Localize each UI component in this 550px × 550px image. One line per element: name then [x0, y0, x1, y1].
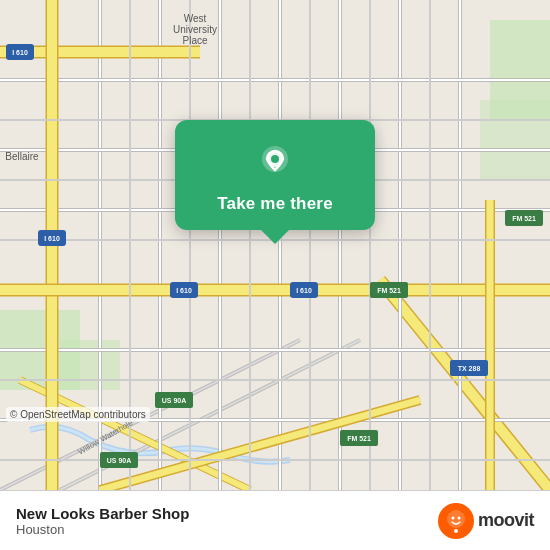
svg-point-86: [447, 510, 465, 528]
svg-rect-2: [60, 340, 120, 390]
svg-text:I 610: I 610: [176, 287, 192, 294]
svg-point-88: [457, 516, 460, 519]
svg-text:FM 521: FM 521: [512, 215, 536, 222]
place-name: New Looks Barber Shop: [16, 505, 189, 522]
bottom-bar: New Looks Barber Shop Houston moovit: [0, 490, 550, 550]
place-info: New Looks Barber Shop Houston: [16, 505, 189, 537]
svg-text:FM 521: FM 521: [377, 287, 401, 294]
take-me-there-button[interactable]: Take me there: [217, 194, 333, 214]
svg-point-87: [451, 516, 454, 519]
moovit-text: moovit: [478, 510, 534, 531]
svg-text:FM 521: FM 521: [347, 435, 371, 442]
popup-card: Take me there: [175, 120, 375, 230]
svg-text:West: West: [184, 13, 207, 24]
svg-text:I 610: I 610: [44, 235, 60, 242]
map-attribution: © OpenStreetMap contributors: [6, 407, 150, 422]
svg-text:US 90A: US 90A: [107, 457, 132, 464]
svg-text:University: University: [173, 24, 217, 35]
svg-text:Bellaire: Bellaire: [5, 151, 39, 162]
place-city: Houston: [16, 522, 189, 537]
svg-point-85: [271, 155, 279, 163]
svg-text:TX 288: TX 288: [458, 365, 481, 372]
svg-text:I 610: I 610: [12, 49, 28, 56]
map-container: I 610 I 610 I 610 I 610 FM 521 FM 521 TX…: [0, 0, 550, 490]
svg-text:US 90A: US 90A: [162, 397, 187, 404]
svg-text:Place: Place: [182, 35, 207, 46]
moovit-icon: [438, 503, 474, 539]
location-pin-icon: [253, 140, 297, 184]
svg-point-89: [454, 529, 458, 533]
svg-text:I 610: I 610: [296, 287, 312, 294]
moovit-logo[interactable]: moovit: [438, 503, 534, 539]
svg-rect-4: [480, 100, 550, 180]
